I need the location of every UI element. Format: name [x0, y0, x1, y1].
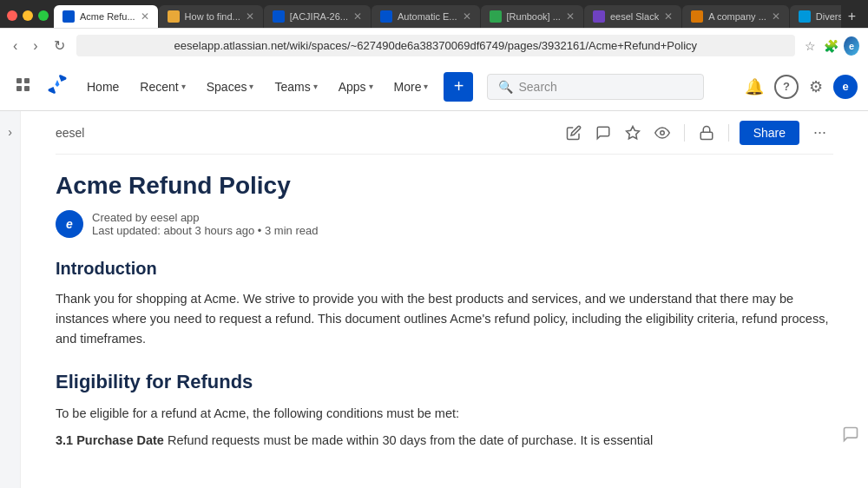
tab-favicon	[490, 10, 502, 23]
main-content: eesel Share	[21, 111, 868, 488]
apps-caret-icon: ▾	[369, 82, 373, 91]
help-icon[interactable]: ?	[774, 75, 799, 99]
tab-favicon	[799, 10, 811, 23]
breadcrumb: eesel	[56, 126, 84, 140]
restrict-icon[interactable]	[695, 122, 718, 144]
star-icon[interactable]	[621, 122, 644, 144]
search-icon: 🔍	[498, 80, 513, 94]
svg-rect-0	[16, 78, 22, 83]
back-button[interactable]: ‹	[9, 36, 22, 56]
nav-more[interactable]: More ▾	[385, 75, 437, 99]
tab-close-icon[interactable]: ✕	[772, 10, 780, 23]
minimize-window-button[interactable]	[23, 10, 33, 21]
toolbar-divider-2	[728, 124, 729, 142]
tab-acme-refund[interactable]: Acme Refu... ✕	[54, 5, 158, 28]
profile-icon[interactable]: e	[844, 38, 859, 54]
more-caret-icon: ▾	[424, 82, 428, 91]
notifications-icon[interactable]: 🔔	[741, 74, 767, 100]
sidebar-toggle[interactable]: ›	[0, 111, 21, 488]
address-bar: ‹ › ↻ ☆ 🧩 e	[0, 28, 868, 63]
tab-list: Acme Refu... ✕ How to find... ✕ [ACJIRA-…	[54, 5, 841, 28]
tab-acjira[interactable]: [ACJIRA-26... ✕	[264, 5, 371, 28]
eligibility-text: To be eligible for a refund at Acme, the…	[56, 404, 833, 424]
tab-label: How to find...	[185, 11, 240, 22]
spaces-caret-icon: ▾	[249, 82, 253, 91]
tab-favicon	[273, 10, 285, 23]
content-wrapper: › eesel	[0, 111, 868, 488]
svg-rect-6	[700, 132, 713, 139]
comment-icon[interactable]	[592, 122, 615, 144]
forward-button[interactable]: ›	[29, 36, 42, 56]
search-box[interactable]: 🔍 Search	[487, 74, 704, 100]
breadcrumb-text: eesel	[56, 126, 84, 140]
tab-favicon	[168, 10, 180, 23]
tab-label: Automatic E...	[398, 11, 457, 22]
svg-point-5	[660, 130, 664, 135]
sidebar-toggle-icon: ›	[8, 125, 12, 139]
tab-label: [ACJIRA-26...	[290, 11, 348, 22]
more-actions-button[interactable]: ···	[806, 120, 833, 145]
tab-label: Acme Refu...	[80, 11, 135, 22]
browser-chrome: Acme Refu... ✕ How to find... ✕ [ACJIRA-…	[0, 0, 868, 63]
nav-teams[interactable]: Teams ▾	[266, 75, 326, 99]
nav-home[interactable]: Home	[78, 75, 128, 99]
tab-close-icon[interactable]: ✕	[141, 10, 149, 23]
created-by-text: Created by eesel app	[92, 211, 318, 224]
tab-automatic[interactable]: Automatic E... ✕	[372, 5, 479, 28]
settings-icon[interactable]: ⚙	[806, 74, 826, 100]
nav-right-icons: 🔔 ? ⚙ e	[741, 74, 858, 100]
tab-diversity[interactable]: Diversity a... ✕	[790, 5, 841, 28]
create-button[interactable]: +	[444, 72, 473, 102]
tab-label: [Runbook] ...	[507, 11, 561, 22]
nav-apps[interactable]: Apps ▾	[330, 75, 382, 99]
edge-logo: e	[844, 36, 859, 56]
tab-label: A company ...	[708, 11, 766, 22]
inline-comment-icon[interactable]	[842, 423, 859, 451]
tab-runbook[interactable]: [Runbook] ... ✕	[481, 5, 583, 28]
last-updated-text: Last updated: about 3 hours ago • 3 min …	[92, 224, 318, 237]
tab-favicon	[691, 10, 703, 23]
app-switcher-icon[interactable]	[10, 72, 36, 102]
tab-favicon	[593, 10, 605, 23]
search-placeholder: Search	[518, 80, 556, 94]
bookmark-icon[interactable]: ☆	[802, 38, 818, 54]
reload-button[interactable]: ↻	[49, 36, 69, 56]
recent-caret-icon: ▾	[181, 82, 186, 91]
page-toolbar-right: Share ···	[562, 120, 833, 145]
page-toolbar: eesel Share	[56, 111, 833, 155]
eligibility-heading: Eligibility for Refunds	[56, 371, 833, 393]
watch-icon[interactable]	[651, 122, 674, 144]
tab-close-icon[interactable]: ✕	[566, 10, 575, 23]
new-tab-button[interactable]: +	[841, 5, 863, 28]
tab-close-icon[interactable]: ✕	[463, 10, 471, 23]
tab-how-to-find[interactable]: How to find... ✕	[159, 5, 263, 28]
author-avatar: e	[56, 210, 83, 238]
svg-rect-2	[16, 86, 22, 91]
tab-company[interactable]: A company ... ✕	[682, 5, 789, 28]
browser-toolbar-icons: ☆ 🧩 e	[802, 38, 859, 54]
page-title: Acme Refund Policy	[56, 172, 833, 200]
close-window-button[interactable]	[7, 10, 17, 21]
intro-heading: Introduction	[56, 259, 833, 279]
share-button[interactable]: Share	[740, 121, 799, 145]
svg-rect-3	[24, 86, 30, 91]
extensions-icon[interactable]: 🧩	[823, 38, 838, 54]
nav-recent[interactable]: Recent ▾	[131, 75, 194, 99]
user-avatar[interactable]: e	[833, 75, 858, 99]
tab-favicon	[62, 10, 75, 23]
tab-label: Diversity a...	[816, 11, 841, 22]
tab-close-icon[interactable]: ✕	[353, 10, 362, 23]
maximize-window-button[interactable]	[38, 10, 49, 21]
eligibility-section: Eligibility for Refunds To be eligible f…	[56, 371, 833, 451]
tab-close-icon[interactable]: ✕	[664, 10, 673, 23]
confluence-logo[interactable]	[40, 70, 75, 103]
author-row: e Created by eesel app Last updated: abo…	[56, 210, 833, 238]
address-input[interactable]	[76, 35, 795, 56]
teams-caret-icon: ▾	[313, 82, 318, 91]
traffic-lights	[5, 7, 54, 28]
tab-close-icon[interactable]: ✕	[246, 10, 254, 23]
nav-spaces[interactable]: Spaces ▾	[198, 75, 263, 99]
tab-eesel-slack[interactable]: eesel Slack ✕	[584, 5, 681, 28]
svg-rect-1	[24, 78, 30, 83]
edit-icon[interactable]	[562, 122, 585, 144]
